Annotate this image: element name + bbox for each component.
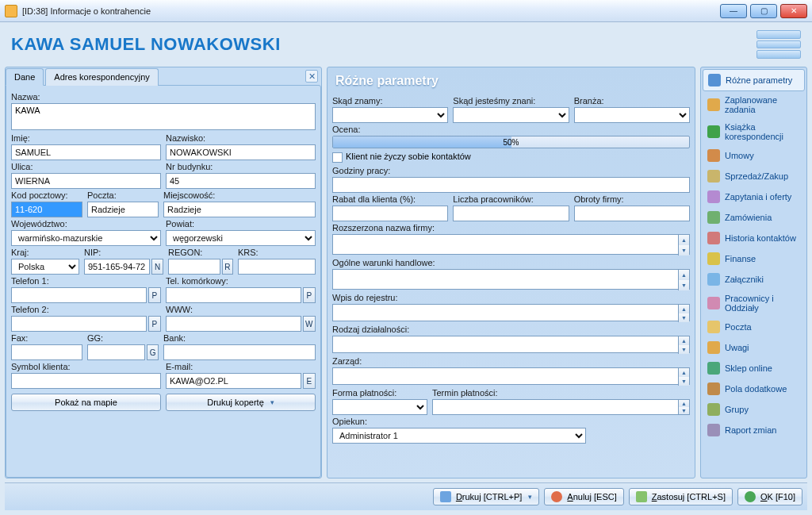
tab-adres[interactable]: Adres korespondencyjny (45, 68, 158, 86)
nav-zalaczniki[interactable]: Załączniki (703, 269, 805, 290)
rozsz-nazwa-input[interactable] (332, 234, 690, 255)
opiekun-select[interactable]: Administrator 1 (332, 428, 586, 444)
minimize-button[interactable]: — (720, 4, 747, 18)
wpis-rejestr-input[interactable] (332, 304, 690, 321)
spin-down-icon[interactable]: ▼ (678, 313, 689, 322)
ok-button[interactable]: OK [F10] (737, 488, 802, 505)
show-on-map-button[interactable]: Pokaż na mapie (11, 394, 161, 411)
tel1-dial-button[interactable]: P (148, 287, 161, 303)
godziny-input[interactable] (332, 177, 690, 193)
nav-finanse[interactable]: Finanse (703, 248, 805, 269)
fax-input[interactable] (11, 344, 82, 360)
spin-down-icon[interactable]: ▼ (678, 280, 689, 290)
nrbud-input[interactable] (166, 173, 316, 189)
bank-input[interactable] (163, 344, 316, 360)
spin-up-icon[interactable]: ▲ (678, 305, 689, 313)
tab-close-icon[interactable]: ✕ (305, 70, 318, 83)
telkom-dial-button[interactable]: P (303, 287, 316, 303)
params-title: Różne parametry (332, 72, 690, 94)
spin-down-icon[interactable]: ▼ (678, 377, 689, 386)
nazwa-input[interactable]: KAWA (11, 103, 316, 130)
spin-down-icon[interactable]: ▼ (678, 345, 689, 354)
miejsc-input[interactable] (163, 202, 316, 217)
nav-grupy[interactable]: Grupy (703, 399, 805, 420)
imie-input[interactable] (11, 144, 161, 160)
nip-label: NIP: (84, 248, 163, 257)
zarzad-input[interactable] (332, 367, 690, 385)
spin-up-icon[interactable]: ▲ (678, 400, 689, 407)
finance-icon (707, 252, 720, 265)
spin-down-icon[interactable]: ▼ (678, 407, 689, 414)
regon-input[interactable] (168, 259, 220, 275)
nav-poczta[interactable]: Poczta (703, 317, 805, 337)
regon-lookup-button[interactable]: R (222, 259, 233, 275)
nav-sprzedaz[interactable]: Sprzedaż/Zakup (703, 166, 805, 186)
spin-up-icon[interactable]: ▲ (678, 270, 689, 280)
tel2-input[interactable] (11, 316, 147, 332)
ocena-slider[interactable]: 50% (332, 136, 690, 148)
print-button[interactable]: Drukuj [CTRL+P]▾ (433, 488, 539, 505)
www-open-button[interactable]: W (303, 316, 316, 332)
cart-icon (707, 362, 720, 375)
poczta-input[interactable] (87, 202, 159, 217)
nav-rozne-parametry[interactable]: Różne parametry (703, 69, 805, 91)
spin-up-icon[interactable]: ▲ (678, 235, 689, 245)
email-send-button[interactable]: E (303, 373, 316, 389)
nav-raport[interactable]: Raport zmian (703, 420, 805, 440)
nip-lookup-button[interactable]: N (151, 259, 163, 275)
www-input[interactable] (166, 316, 301, 332)
tab-dane[interactable]: Dane (6, 68, 44, 86)
branza-select[interactable] (574, 107, 690, 123)
nav-umowy[interactable]: Umowy (703, 145, 805, 166)
ulica-input[interactable] (11, 173, 161, 189)
maximize-button[interactable]: ▢ (750, 4, 777, 18)
nav-uwagi[interactable]: Uwagi (703, 337, 805, 358)
no-contact-checkbox[interactable] (332, 152, 343, 163)
nav-zamowienia[interactable]: Zamówienia (703, 207, 805, 228)
email-input[interactable] (166, 373, 301, 389)
spin-down-icon[interactable]: ▼ (678, 245, 689, 256)
kod-label: Kod pocztowy: (11, 190, 82, 200)
powiat-label: Powiat: (166, 219, 316, 229)
fax-label: Fax: (11, 333, 82, 343)
ogolne-war-input[interactable] (332, 269, 690, 290)
telkom-input[interactable] (166, 287, 301, 303)
rodzaj-dzial-input[interactable] (332, 336, 690, 353)
apply-button[interactable]: Zastosuj [CTRL+S] (629, 488, 733, 505)
cancel-button[interactable]: Anuluj [ESC] (544, 488, 623, 505)
poczta-label: Poczta: (87, 190, 159, 200)
krs-input[interactable] (238, 259, 316, 275)
print-envelope-button[interactable]: Drukuj kopertę▾ (166, 394, 316, 411)
nav-historia[interactable]: Historia kontaktów (703, 228, 805, 248)
kraj-select[interactable]: Polska (11, 259, 79, 275)
close-button[interactable]: ✕ (780, 4, 807, 18)
nav-zapytania[interactable]: Zapytania i oferty (703, 186, 805, 207)
nav-pracownicy[interactable]: Pracownicy i Oddziały (703, 290, 805, 317)
tel2-dial-button[interactable]: P (148, 316, 161, 332)
gg-input[interactable] (87, 344, 145, 360)
skad-znani-select[interactable] (453, 107, 569, 123)
woj-select[interactable]: warmińsko-mazurskie (11, 230, 161, 246)
liczba-prac-input[interactable] (453, 206, 569, 221)
company-icon (756, 30, 801, 59)
spin-up-icon[interactable]: ▲ (678, 336, 689, 345)
obroty-input[interactable] (574, 206, 690, 221)
forma-plat-select[interactable] (332, 399, 427, 415)
termin-plat-input[interactable] (432, 399, 690, 415)
nav-zaplanowane[interactable]: Zaplanowane zadania (703, 91, 805, 118)
skad-znamy-select[interactable] (332, 107, 448, 123)
tel2-label: Telefon 2: (11, 305, 161, 314)
tel1-input[interactable] (11, 287, 147, 303)
nav-ksiazka[interactable]: Książka korespondencji (703, 118, 805, 145)
nazwisko-input[interactable] (166, 144, 316, 160)
rabat-input[interactable] (332, 206, 448, 221)
nip-input[interactable] (84, 259, 150, 275)
gg-open-button[interactable]: G (147, 344, 159, 360)
spin-up-icon[interactable]: ▲ (678, 368, 689, 377)
nav-pola[interactable]: Pola dodatkowe (703, 379, 805, 399)
nav-sklep[interactable]: Sklep online (703, 358, 805, 379)
kod-input[interactable] (11, 202, 82, 217)
powiat-select[interactable]: węgorzewski (166, 230, 316, 246)
symbol-input[interactable] (11, 373, 161, 389)
history-icon (707, 232, 720, 244)
